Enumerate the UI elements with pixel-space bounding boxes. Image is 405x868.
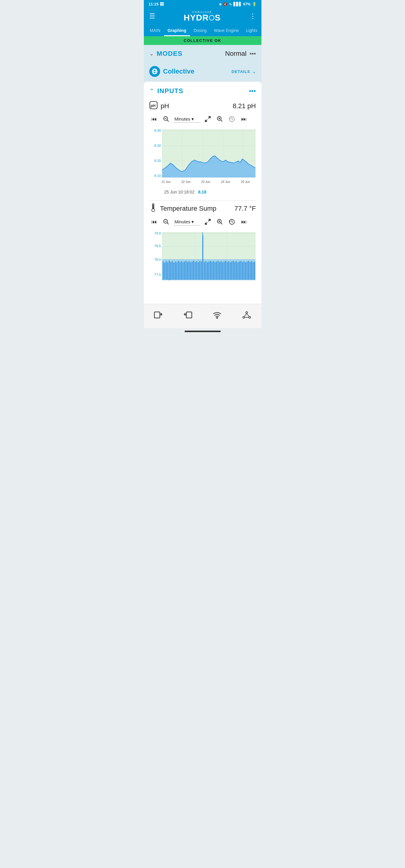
- nav-network-btn[interactable]: [239, 308, 254, 322]
- svg-text:23 Jun: 23 Jun: [201, 180, 210, 184]
- temp-zoom-in-btn[interactable]: [215, 217, 225, 227]
- tab-graphing[interactable]: Graphing: [164, 25, 190, 36]
- temp-sensor-header: Temperature Sump 77.7 °F: [149, 203, 256, 214]
- svg-rect-108: [231, 261, 232, 280]
- svg-rect-78: [185, 261, 186, 280]
- svg-text:78.0: 78.0: [154, 258, 161, 261]
- ph-expand-btn[interactable]: [203, 114, 212, 124]
- status-bar-left: 11:15 🖼: [149, 2, 164, 6]
- ph-chart-svg: 8.40 8.30 8.20 8.10: [149, 126, 256, 187]
- tab-wave-engine[interactable]: Wave Engine: [210, 25, 242, 36]
- ph-chart-timestamp: 25 Jun 10:18:02 8.18: [149, 189, 256, 194]
- svg-rect-103: [224, 261, 224, 280]
- svg-rect-71: [175, 261, 175, 280]
- svg-rect-86: [198, 262, 198, 280]
- tab-main[interactable]: MAIN: [146, 25, 164, 36]
- temp-chart-controls: ⏮ Minutes ▾: [149, 217, 256, 227]
- inputs-header: ⌃ INPUTS •••: [144, 82, 261, 98]
- svg-rect-97: [214, 262, 215, 280]
- temp-chart-svg: 79.0 78.5 78.0 77.5: [149, 229, 256, 289]
- nav-input-btn[interactable]: [151, 308, 166, 322]
- ph-skip-forward-btn[interactable]: ⏭: [239, 114, 249, 124]
- modes-right: Normal •••: [225, 50, 256, 58]
- signal-icon: ▋▋▋: [233, 2, 241, 6]
- ph-skip-back-btn[interactable]: ⏮: [149, 114, 159, 124]
- temp-sensor-name: Temperature Sump: [160, 205, 216, 213]
- svg-rect-63: [163, 261, 164, 280]
- inputs-more-icon[interactable]: •••: [249, 87, 256, 95]
- collective-chevron-icon[interactable]: ⌄: [252, 69, 256, 74]
- svg-rect-77: [184, 261, 185, 280]
- svg-rect-120: [250, 262, 250, 280]
- collective-details-btn[interactable]: DETAILS: [232, 69, 250, 74]
- svg-rect-91: [205, 261, 206, 280]
- temp-skip-back-btn[interactable]: ⏮: [149, 217, 159, 227]
- inputs-left: ⌃ INPUTS: [149, 87, 184, 95]
- svg-line-131: [247, 313, 249, 316]
- svg-text:8.10: 8.10: [154, 174, 161, 178]
- temp-expand-btn[interactable]: [203, 217, 212, 227]
- svg-point-126: [217, 318, 218, 318]
- svg-rect-101: [221, 261, 221, 280]
- nav-output-btn[interactable]: [181, 308, 195, 322]
- svg-rect-104: [225, 261, 226, 280]
- ph-zoom-out-btn[interactable]: [161, 114, 171, 124]
- svg-rect-85: [196, 261, 197, 280]
- nav-wifi-btn[interactable]: [210, 308, 224, 322]
- temp-history-btn[interactable]: [227, 217, 237, 227]
- battery-display: 67%: [243, 2, 250, 6]
- svg-rect-64: [164, 263, 165, 279]
- status-banner: COLLECTIVE OK: [144, 36, 261, 45]
- svg-rect-73: [178, 261, 179, 280]
- svg-text:8.30: 8.30: [154, 144, 161, 147]
- ph-sensor-left: pH pH: [149, 101, 169, 111]
- svg-rect-95: [211, 262, 212, 280]
- status-bar: 11:15 🖼 ⎈ 🔇 ∿ ▋▋▋ 67% 🔋: [144, 0, 261, 8]
- bluetooth-icon: ⎈: [219, 2, 221, 6]
- svg-rect-100: [219, 262, 220, 280]
- svg-rect-69: [172, 261, 173, 280]
- svg-rect-72: [176, 262, 177, 280]
- svg-text:25 Jun: 25 Jun: [241, 180, 250, 184]
- photo-icon: 🖼: [160, 2, 164, 6]
- svg-rect-116: [243, 261, 244, 280]
- inputs-chevron-icon[interactable]: ⌃: [149, 87, 154, 95]
- svg-rect-107: [230, 262, 231, 280]
- ph-time-dropdown[interactable]: Minutes ▾: [173, 116, 201, 123]
- header-more-icon[interactable]: ⋮: [250, 12, 256, 20]
- svg-point-128: [243, 316, 244, 318]
- temp-time-dropdown[interactable]: Minutes ▾: [173, 218, 201, 225]
- modes-label[interactable]: MODES: [157, 50, 183, 58]
- mute-icon: 🔇: [223, 2, 227, 6]
- svg-rect-124: [154, 312, 160, 318]
- temp-skip-forward-btn[interactable]: ⏭: [239, 217, 249, 227]
- main-content-card: ⌃ INPUTS ••• pH pH 8.21 pH ⏮: [144, 82, 261, 304]
- time-display: 11:15: [149, 2, 158, 6]
- svg-rect-80: [189, 261, 190, 280]
- svg-rect-65: [166, 261, 167, 280]
- ph-history-btn[interactable]: [227, 114, 237, 124]
- tab-dosing[interactable]: Dosing: [190, 25, 210, 36]
- collective-name[interactable]: Collective: [163, 67, 195, 75]
- svg-rect-70: [173, 262, 174, 280]
- modes-row: ⌄ MODES Normal •••: [144, 45, 261, 62]
- svg-rect-88: [201, 261, 201, 280]
- temp-sensor-left: Temperature Sump: [149, 203, 216, 214]
- modes-chevron-icon[interactable]: ⌄: [149, 50, 154, 57]
- svg-rect-89: [202, 235, 203, 280]
- hamburger-menu[interactable]: ☰: [149, 12, 155, 20]
- ph-sensor-name: pH: [161, 102, 169, 110]
- bottom-nav: [144, 304, 261, 328]
- temp-zoom-out-btn[interactable]: [161, 217, 171, 227]
- svg-rect-115: [242, 262, 243, 280]
- status-bar-right: ⎈ 🔇 ∿ ▋▋▋ 67% 🔋: [219, 2, 256, 6]
- ph-timestamp-value: 8.18: [198, 190, 206, 194]
- ph-zoom-in-btn[interactable]: [215, 114, 225, 124]
- svg-rect-81: [190, 262, 191, 280]
- modes-more-icon[interactable]: •••: [250, 50, 256, 57]
- svg-rect-99: [218, 261, 218, 280]
- svg-rect-106: [228, 261, 229, 280]
- svg-text:78.5: 78.5: [154, 244, 161, 248]
- tab-lights[interactable]: Lights: [242, 25, 261, 36]
- home-bar: [184, 331, 221, 332]
